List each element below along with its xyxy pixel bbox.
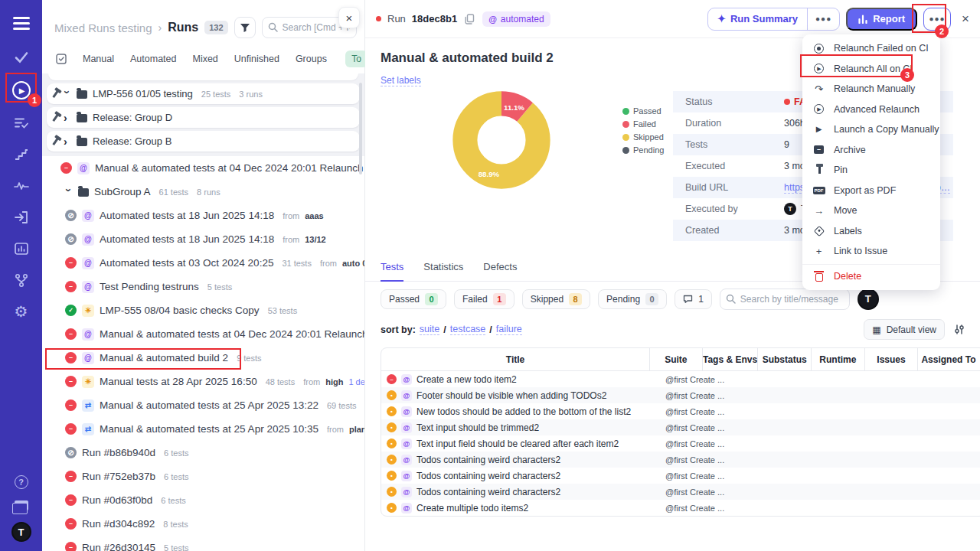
table-row[interactable]: •@Todos containing weird characters2@fir… <box>381 484 980 500</box>
group-row[interactable]: ›SubGroup A61 tests8 runs <box>42 180 364 204</box>
runs-scrollbar[interactable] <box>359 83 362 174</box>
tab-today[interactable]: To <box>345 51 368 67</box>
select-all-icon[interactable] <box>56 54 67 64</box>
menu-item-labels[interactable]: Labels <box>802 221 940 242</box>
user-avatar[interactable]: T <box>11 522 31 542</box>
table-row[interactable]: •@Footer should be visible when adding T… <box>381 387 980 403</box>
filter-button[interactable] <box>234 17 256 38</box>
funnel-icon <box>240 23 250 33</box>
filter-pill-pending[interactable]: Pending0 <box>598 289 667 309</box>
group-row[interactable]: ›Release: Group B <box>47 131 360 152</box>
chevron-right-icon[interactable]: › <box>64 112 71 124</box>
table-row[interactable]: –@Create a new todo item2@first Create .… <box>381 371 980 387</box>
run-row[interactable]: –@Test Pending testruns5 tests <box>42 275 364 298</box>
table-row[interactable]: •@Todos containing weird characters2@fir… <box>381 452 980 468</box>
defects-link[interactable]: 1 defects <box>348 377 364 386</box>
tab-tests[interactable]: Tests <box>381 261 403 282</box>
table-row[interactable]: •@Todos containing weird characters2@fir… <box>381 468 980 484</box>
run-row[interactable]: –@Automated tests at 03 Oct 2024 20:2531… <box>42 251 364 275</box>
group-row[interactable]: ›Release: Group D <box>47 107 360 128</box>
default-view-button[interactable]: ▦ Default view <box>864 319 945 340</box>
menu-icon[interactable] <box>13 17 30 30</box>
help-icon[interactable]: ? <box>15 475 28 489</box>
chevron-down-icon[interactable]: › <box>61 90 74 98</box>
menu-item-link-to-issue[interactable]: +Link to Issue <box>802 241 940 262</box>
column-runtime[interactable]: Runtime <box>811 348 864 371</box>
cancelled-status-icon: ⊘ <box>65 447 77 458</box>
steps-icon[interactable] <box>13 147 30 162</box>
runs-panel-close-button[interactable]: × <box>338 7 360 28</box>
tests-search-input[interactable] <box>720 289 850 310</box>
run-row[interactable]: –@Manual & automated tests at 04 Dec 202… <box>42 322 364 346</box>
comments-filter[interactable]: 1 <box>675 289 712 309</box>
filter-pill-failed[interactable]: Failed1 <box>454 289 514 309</box>
menu-item-launch-a-copy-manually[interactable]: ▶Launch a Copy Manually <box>802 119 940 140</box>
set-labels-link[interactable]: Set labels <box>381 75 421 86</box>
breadcrumb-project[interactable]: Mixed Runs testing <box>54 21 152 34</box>
column-title[interactable]: Title <box>381 354 649 365</box>
bar-chart-icon[interactable] <box>13 241 30 256</box>
tab-defects[interactable]: Defects <box>483 261 517 281</box>
sort-by-testcase[interactable]: testcase <box>450 324 486 335</box>
run-row[interactable]: ✓☀LMP-555 08/04 basic checks Copy53 test… <box>42 298 364 322</box>
menu-item-relaunch-manually[interactable]: ↷Relaunch Manually <box>802 79 940 99</box>
tab-automated[interactable]: Automated <box>130 54 176 64</box>
run-list-icon[interactable] <box>13 116 30 131</box>
projects-icon[interactable] <box>15 500 28 510</box>
tab-groups[interactable]: Groups <box>296 54 327 64</box>
tab-unfinished[interactable]: Unfinished <box>234 54 279 64</box>
assignee-avatar[interactable]: T <box>858 289 879 310</box>
settings-gear-icon[interactable]: ⚙ <box>13 304 30 319</box>
view-settings-icon[interactable] <box>954 324 965 334</box>
run-row[interactable]: –⇄Manual & automated tests at 25 Apr 202… <box>42 393 364 417</box>
run-row[interactable]: –Run #26d301455 tests <box>42 536 364 551</box>
table-row[interactable]: •@Text input field should be cleared aft… <box>381 435 980 452</box>
column-suite[interactable]: Suite <box>649 348 702 371</box>
run-summary-more-button[interactable]: ●●● <box>807 8 839 30</box>
run-title: Run #d304c892 <box>82 518 155 530</box>
branch-icon[interactable] <box>13 272 30 288</box>
run-row[interactable]: ⊘Run #b86b940d6 tests <box>42 441 364 465</box>
pulse-icon[interactable] <box>13 178 30 194</box>
run-row[interactable]: –⇄Manual & automated tests at 25 Apr 202… <box>42 417 364 441</box>
column-issues[interactable]: Issues <box>864 348 918 371</box>
sort-by-suite[interactable]: suite <box>420 324 439 335</box>
chevron-right-icon[interactable]: › <box>64 135 71 148</box>
tab-statistics[interactable]: Statistics <box>423 261 463 281</box>
run-row[interactable]: –@Manual & automated tests at 04 Dec 202… <box>42 156 364 180</box>
run-row[interactable]: –☀Manual tests at 28 Apr 2025 16:5048 te… <box>42 370 364 393</box>
tab-mixed[interactable]: Mixed <box>192 54 217 64</box>
sort-by-failure[interactable]: failure <box>496 324 522 335</box>
run-row[interactable]: –Run #0d63f0bd6 tests <box>42 488 364 512</box>
column-assigned-to[interactable]: Assigned To <box>917 348 980 371</box>
run-row[interactable]: ⊘@Automated tests at 18 Jun 2025 14:18fr… <box>42 227 364 251</box>
tab-manual[interactable]: Manual <box>83 54 114 64</box>
check-icon[interactable] <box>13 50 30 65</box>
import-icon[interactable] <box>13 210 30 225</box>
menu-item-delete[interactable]: Delete <box>802 264 940 286</box>
filter-pill-skipped[interactable]: Skipped8 <box>522 289 590 309</box>
table-row[interactable]: •@Text input should be trimmed2@first Cr… <box>381 419 980 435</box>
run-summary-button[interactable]: ✦Run Summary <box>708 13 807 24</box>
column-substatus[interactable]: Substatus <box>757 348 811 371</box>
run-detail-close-icon[interactable]: × <box>962 11 969 27</box>
chevron-down-icon[interactable]: › <box>63 188 75 196</box>
menu-item-move[interactable]: →Move <box>802 201 940 221</box>
filter-pill-passed[interactable]: Passed0 <box>381 289 446 309</box>
report-button[interactable]: Report <box>846 8 917 31</box>
copy-icon[interactable] <box>465 14 475 24</box>
menu-item-advanced-relaunch[interactable]: ▶Advanced Relaunch <box>802 99 940 120</box>
menu-item-pin[interactable]: Pin <box>802 160 940 181</box>
test-suite-cell: @first Create ... <box>664 407 717 416</box>
menu-item-archive[interactable]: –Archive <box>802 140 940 161</box>
automated-badge[interactable]: @automated <box>482 11 550 27</box>
group-row[interactable]: ›LMP-556 01/05 testing25 tests3 runs <box>47 83 360 104</box>
menu-item-export-as-pdf[interactable]: PDFExport as PDF <box>802 181 940 201</box>
run-row[interactable]: –Run #d304c8928 tests <box>42 512 364 536</box>
run-row[interactable]: –Run #752eb37b6 tests <box>42 465 364 488</box>
runs-filter-tabs: Manual Automated Mixed Unfinished Groups… <box>42 44 364 73</box>
run-row[interactable]: ⊘@Automated tests at 18 Jun 2025 14:18fr… <box>42 204 364 227</box>
table-row[interactable]: •@New todos should be added to the botto… <box>381 403 980 419</box>
table-row[interactable]: •@Create multiple todo items2@first Crea… <box>381 500 980 516</box>
column-tags-envs[interactable]: Tags & Envs <box>702 348 758 371</box>
